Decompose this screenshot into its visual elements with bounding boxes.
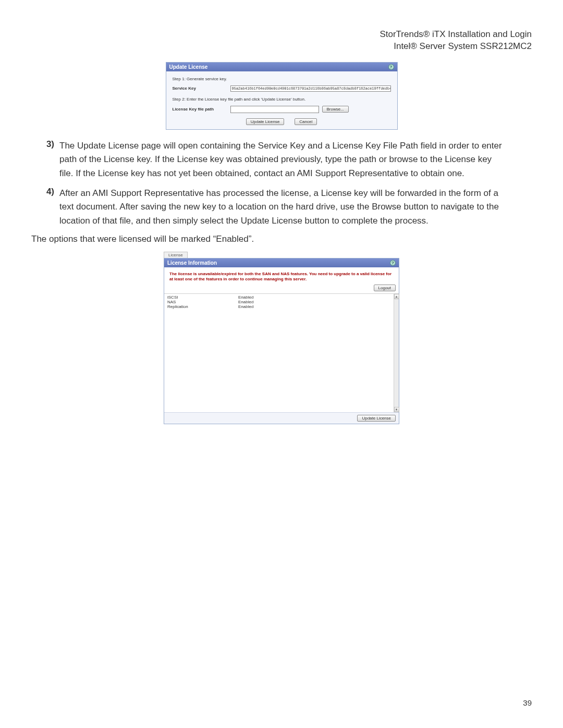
update-license-titlebar: Update License ?: [166, 63, 397, 71]
feature-row-replication: Replication Enabled: [167, 304, 399, 309]
feature-row-iscsi: iSCSI Enabled: [167, 295, 399, 300]
list-item-3-number: 3): [46, 139, 59, 180]
license-path-label: License Key file path: [173, 107, 227, 112]
license-info-titlebar: License Information ?: [164, 258, 399, 267]
feature-name: Replication: [167, 304, 238, 309]
update-license-title: Update License: [169, 64, 208, 70]
page-number: 39: [523, 698, 532, 707]
feature-list: iSCSI Enabled NAS Enabled Replication En…: [164, 293, 399, 412]
license-info-title: License Information: [167, 260, 217, 266]
update-license-button[interactable]: Update License: [246, 118, 285, 125]
feature-status: Enabled: [238, 295, 253, 300]
feature-row-nas: NAS Enabled: [167, 300, 399, 304]
help-icon[interactable]: ?: [388, 64, 394, 70]
update-license-button[interactable]: Update License: [357, 415, 396, 422]
list-item-3-text: The Update License page will open contai…: [59, 139, 506, 180]
cancel-button[interactable]: Cancel: [295, 118, 317, 125]
feature-status: Enabled: [238, 300, 253, 304]
browse-button[interactable]: Browse...: [322, 106, 349, 113]
header-line-1: StorTrends® iTX Installation and Login: [31, 29, 532, 41]
list-item-4: 4) After an AMI Support Representative h…: [46, 187, 506, 228]
license-tab[interactable]: License: [164, 252, 188, 258]
service-key-label: Service Key: [173, 86, 227, 91]
list-item-4-number: 4): [46, 187, 59, 228]
update-license-panel: Update License ? Step 1: Generate servic…: [166, 62, 398, 130]
step2-text: Step 2: Enter the License key file path …: [173, 97, 391, 102]
logout-button[interactable]: Logout: [374, 285, 396, 291]
license-path-input[interactable]: [230, 106, 319, 113]
license-warning-text: The license is unavailable/expired for b…: [164, 267, 399, 285]
scroll-up-icon[interactable]: ▲: [394, 294, 399, 299]
service-key-value: 95a2ab416b1f64ed90e0cd4901c6873701a2d116…: [230, 85, 391, 92]
feature-name: iSCSI: [167, 295, 238, 300]
options-enabled-text: The options that were licensed will be m…: [31, 234, 532, 244]
step1-text: Step 1: Generate service key.: [173, 77, 391, 81]
list-item-3: 3) The Update License page will open con…: [46, 139, 506, 180]
help-icon[interactable]: ?: [390, 260, 396, 266]
feature-name: NAS: [167, 300, 238, 304]
doc-header: StorTrends® iTX Installation and Login I…: [31, 29, 532, 53]
header-line-2: Intel® Server System SSR212MC2: [31, 41, 532, 53]
scrollbar[interactable]: ▲ ▼: [394, 294, 399, 412]
feature-status: Enabled: [238, 304, 253, 309]
license-info-panel: License Information ? The license is una…: [164, 258, 399, 424]
scroll-down-icon[interactable]: ▼: [394, 407, 399, 412]
list-item-4-text: After an AMI Support Representative has …: [59, 187, 506, 228]
